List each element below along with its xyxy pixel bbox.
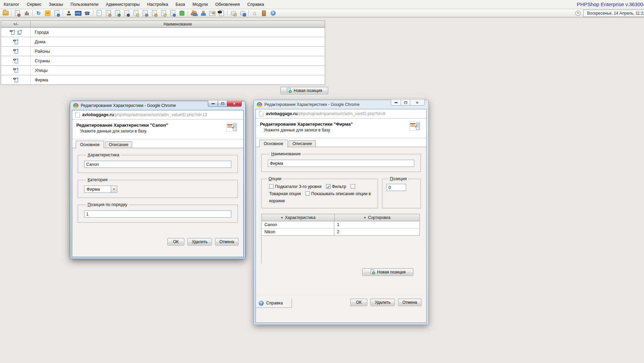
fax-icon[interactable] [84, 10, 91, 17]
doc-new-icon[interactable] [96, 10, 103, 17]
toolbar-separator [63, 10, 63, 16]
tab-description[interactable]: Описание [105, 141, 132, 148]
name-input[interactable] [268, 160, 414, 167]
tab-main[interactable]: Основное [259, 140, 288, 147]
users-icon[interactable] [190, 10, 197, 17]
position-group: Позиция по порядку [78, 202, 238, 223]
ok-button[interactable]: ОК [350, 299, 367, 306]
cancel-button[interactable]: Отмена [398, 299, 421, 306]
html-icon[interactable] [75, 10, 81, 17]
menu-updates[interactable]: Обновления [212, 0, 244, 9]
table-header-row: +/- Наименование [1, 21, 325, 28]
close-button[interactable] [227, 101, 242, 107]
checkbox-filter[interactable] [326, 184, 331, 189]
checkbox-product-option[interactable] [351, 184, 355, 189]
menu-database[interactable]: База [172, 0, 189, 9]
doc-stats-icon[interactable] [169, 10, 176, 17]
save-icon[interactable] [2, 10, 9, 17]
help-icon[interactable] [270, 10, 276, 17]
brand-title: PHPShop Enterprise v.363004 [577, 0, 644, 9]
table-row[interactable]: Canon 1 [262, 221, 419, 228]
stamp-icon[interactable] [65, 10, 72, 17]
menu-help[interactable]: Справка [244, 0, 268, 9]
menu-users[interactable]: Пользователи [67, 0, 102, 9]
home-icon[interactable] [251, 10, 258, 17]
column-header-sort[interactable]: ▼Сортировка [335, 214, 419, 221]
menu-admins[interactable]: Администраторы [102, 0, 143, 9]
chrome-icon [73, 103, 78, 108]
help-button[interactable]: Справка [256, 299, 292, 308]
ok-button[interactable]: ОК [167, 238, 184, 246]
new-position-button[interactable]: Новая позиция [280, 87, 328, 94]
minimize-button[interactable] [391, 100, 401, 106]
row-name: Страны [31, 56, 325, 65]
view-doc-icon[interactable] [13, 58, 19, 64]
characteristics-table: +/- Наименование Города Дома Районы Стра… [1, 20, 325, 85]
view-doc-icon[interactable] [10, 30, 15, 35]
doc-sign-icon[interactable] [123, 10, 130, 17]
menu-settings[interactable]: Настройка [143, 0, 172, 9]
table-row[interactable]: Nikon 2 [262, 228, 419, 235]
menu-modules[interactable]: Модули [189, 0, 212, 9]
view-doc-icon[interactable] [13, 49, 19, 54]
characteristic-input[interactable] [84, 161, 231, 168]
sort-table: ▼Характеристика ▼Сортировка Canon 1 Niko… [261, 214, 420, 236]
minimize-button[interactable] [208, 101, 218, 107]
menu-service[interactable]: Сервис [23, 0, 45, 9]
view-doc-icon[interactable] [13, 39, 19, 45]
address-bar[interactable]: avtobaggage.ru/phpshop/admpanel/sort/adm… [256, 109, 426, 119]
delete-button[interactable]: Удалить [187, 238, 212, 246]
checkbox-label: Фильтр [332, 184, 346, 189]
maximize-button[interactable] [218, 101, 227, 107]
doc-flash-icon[interactable] [105, 10, 112, 17]
position-input[interactable] [386, 184, 406, 191]
view-doc-icon[interactable] [13, 77, 19, 83]
refresh-icon[interactable] [35, 10, 42, 17]
report-icon[interactable] [14, 10, 21, 17]
sort-arrow-icon: ▼ [280, 216, 283, 219]
chart-icon[interactable] [23, 10, 30, 17]
doc-sync-icon[interactable] [114, 10, 121, 17]
export-save-icon[interactable] [53, 10, 60, 17]
doc-warning-icon[interactable] [133, 10, 139, 17]
doc-edit-icon[interactable] [151, 10, 158, 17]
1c-export-icon[interactable] [44, 10, 51, 17]
search-doc-icon[interactable] [218, 10, 225, 17]
door-exit-icon[interactable] [260, 10, 267, 17]
table-row: Города [1, 28, 325, 37]
new-position-button[interactable]: Новая позиция [362, 268, 413, 276]
delete-button[interactable]: Удалить [370, 299, 395, 306]
doc-link-icon[interactable] [142, 10, 149, 17]
tab-description[interactable]: Описание [289, 140, 316, 147]
menu-orders[interactable]: Заказы [45, 0, 67, 9]
maximize-button[interactable] [401, 100, 410, 106]
user-icon[interactable] [200, 10, 206, 17]
view-doc-icon[interactable] [13, 68, 19, 73]
cancel-button[interactable]: Отмена [215, 238, 239, 246]
column-header-toggle[interactable]: +/- [1, 21, 31, 27]
close-button[interactable] [410, 100, 425, 106]
copy-doc-icon[interactable] [17, 30, 22, 35]
position-input[interactable] [84, 210, 231, 218]
checkbox-show-description[interactable] [305, 191, 310, 196]
plugin-icon[interactable] [179, 10, 185, 17]
doc-mark-icon[interactable] [160, 10, 167, 17]
column-header-name[interactable]: Наименование [31, 21, 325, 27]
address-bar[interactable]: avtobaggage.ru/phpshop/admpanel/sort/adm… [72, 110, 243, 120]
tab-main[interactable]: Основное [76, 141, 104, 148]
db-save-icon[interactable] [239, 10, 246, 17]
contact-card-icon[interactable] [209, 10, 216, 17]
checkbox-subcatalog[interactable] [269, 184, 274, 189]
characteristics-frame: ▼Характеристика ▼Сортировка Canon 1 Niko… [261, 214, 421, 264]
cell-characteristic: Canon [262, 221, 334, 228]
table-row: Страны [1, 56, 325, 66]
db-key-icon[interactable] [230, 10, 237, 17]
window-titlebar[interactable]: Редактирование Характеристики - Google C… [72, 101, 244, 110]
column-header-characteristic[interactable]: ▼Характеристика [262, 214, 335, 221]
menu-catalog[interactable]: Каталог [0, 0, 23, 9]
toolbar-separator [32, 10, 33, 16]
doc-plus-icon [370, 269, 375, 275]
category-select[interactable]: Фирма [84, 186, 117, 193]
window-titlebar[interactable]: Редактирование Характеристики - Google C… [256, 100, 427, 109]
chevron-down-icon[interactable] [111, 186, 117, 192]
